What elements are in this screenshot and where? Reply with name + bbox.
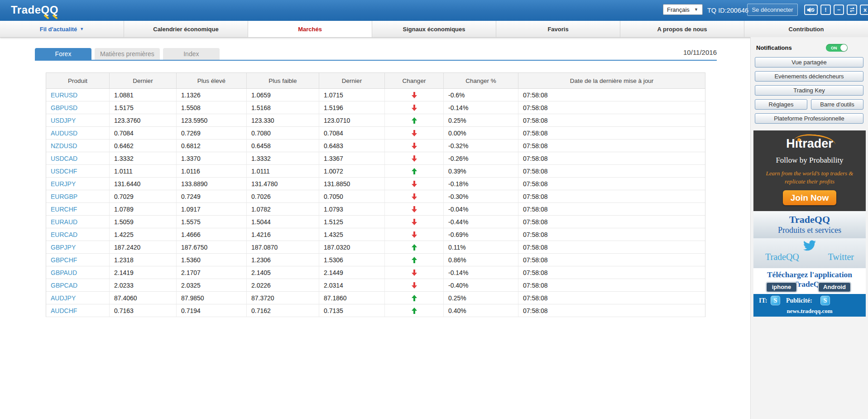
last-price-cell: 2.0233 bbox=[110, 279, 177, 291]
updated-time-cell: 07:58:08 bbox=[518, 165, 705, 177]
nav-tab-calendrier-economique[interactable]: Calendrier économique bbox=[124, 21, 248, 37]
sidebar-button-plateforme-professionnelle[interactable]: Plateforme Professionnelle bbox=[755, 113, 863, 124]
last-price-cell: 123.3760 bbox=[110, 114, 177, 126]
product-cell[interactable]: EURUSD bbox=[46, 89, 110, 101]
high-price-cell: 123.5950 bbox=[177, 114, 247, 126]
nav-tab-fil-d-actualite[interactable]: Fil d'actualité▼ bbox=[0, 21, 124, 37]
close-icon[interactable]: x bbox=[860, 5, 868, 15]
change-pct-cell: 0.86% bbox=[444, 254, 518, 266]
twitter-bird-icon[interactable] bbox=[802, 239, 817, 252]
table-row: NZDUSD0.64620.68120.64580.6483-0.32%07:5… bbox=[46, 140, 705, 152]
product-cell[interactable]: EURAUD bbox=[46, 216, 110, 228]
twitter-link-tradeqq[interactable]: TradeQQ bbox=[765, 252, 799, 262]
iphone-download-button[interactable]: iphone bbox=[766, 282, 797, 292]
prev-price-cell: 1.0072 bbox=[319, 165, 385, 177]
product-cell[interactable]: EURJPY bbox=[46, 178, 110, 190]
last-price-cell: 0.7084 bbox=[110, 127, 177, 139]
nav-tab-contribution[interactable]: Contribution bbox=[744, 21, 868, 37]
products-banner[interactable]: TradeQQ Produits et services bbox=[753, 211, 866, 238]
product-cell[interactable]: GBPUSD bbox=[46, 101, 110, 114]
product-cell[interactable]: AUDUSD bbox=[46, 127, 110, 139]
change-direction-cell bbox=[385, 279, 444, 291]
nav-tab-a-propos-de-nous[interactable]: A propos de nous bbox=[620, 21, 744, 37]
product-cell[interactable]: GBPJPY bbox=[46, 241, 110, 253]
arrow-up-icon bbox=[412, 168, 417, 174]
product-cell[interactable]: AUDJPY bbox=[46, 292, 110, 304]
nav-tab-label: Signaux économiques bbox=[403, 26, 465, 33]
tradeqq-logo: TradeQQ bbox=[11, 4, 58, 16]
last-price-cell: 1.0789 bbox=[110, 203, 177, 215]
android-download-button[interactable]: Android bbox=[818, 282, 851, 292]
change-pct-cell: -0.6% bbox=[444, 89, 518, 101]
product-cell[interactable]: AUDCHF bbox=[46, 304, 110, 317]
language-select[interactable]: Français ▼ bbox=[663, 4, 703, 15]
prev-price-cell: 0.7050 bbox=[319, 190, 385, 202]
sound-muted-icon[interactable] bbox=[804, 5, 818, 15]
low-price-cell: 0.7162 bbox=[247, 304, 319, 317]
join-now-button[interactable]: Join Now bbox=[783, 190, 836, 205]
last-price-cell: 1.0881 bbox=[110, 89, 177, 101]
updated-time-cell: 07:58:08 bbox=[518, 152, 705, 164]
sidebar-button-trading-key[interactable]: Trading Key bbox=[755, 85, 863, 96]
change-pct-cell: 0.25% bbox=[444, 114, 518, 126]
subtab-forex[interactable]: Forex bbox=[35, 48, 91, 60]
product-cell[interactable]: EURCAD bbox=[46, 228, 110, 241]
last-price-cell: 0.6462 bbox=[110, 140, 177, 152]
notifications-toggle[interactable]: ON bbox=[826, 44, 848, 52]
alert-icon[interactable]: ! bbox=[820, 5, 831, 15]
nav-tab-favoris[interactable]: Favoris bbox=[496, 21, 620, 37]
last-price-cell: 0.7163 bbox=[110, 304, 177, 317]
forex-table: ProduitDernierPlus élevéPlus faibleDerni… bbox=[46, 72, 705, 317]
news-site-link[interactable]: news.tradeqq.com bbox=[753, 308, 866, 315]
table-row: GBPAUD2.14192.17072.14052.1449-0.14%07:5… bbox=[46, 266, 705, 279]
nav-tab-marches[interactable]: Marchés bbox=[248, 21, 372, 37]
low-price-cell: 1.3332 bbox=[247, 152, 319, 164]
minimize-icon[interactable]: − bbox=[834, 5, 844, 15]
twitter-link-twitter[interactable]: Twitter bbox=[828, 252, 854, 262]
tradeqq-app: TradeQQ Français ▼ TQ ID:200646 Se décon… bbox=[0, 0, 868, 419]
last-price-cell: 1.3332 bbox=[110, 152, 177, 164]
arrow-down-icon bbox=[412, 231, 417, 238]
product-cell[interactable]: USDCHF bbox=[46, 165, 110, 177]
last-price-cell: 1.5059 bbox=[110, 216, 177, 228]
sidebar-button-reglages[interactable]: Réglages bbox=[755, 99, 807, 110]
table-row: GBPCAD2.02332.03252.02262.0314-0.40%07:5… bbox=[46, 279, 705, 292]
arrow-down-icon bbox=[412, 193, 417, 200]
product-cell[interactable]: GBPCAD bbox=[46, 279, 110, 291]
prev-price-cell: 2.1449 bbox=[319, 266, 385, 279]
table-header-row: ProduitDernierPlus élevéPlus faibleDerni… bbox=[46, 73, 705, 89]
restore-icon[interactable] bbox=[847, 5, 857, 15]
nav-tab-label: A propos de nous bbox=[657, 26, 707, 33]
skype-icon[interactable]: S bbox=[771, 296, 780, 305]
ad-tagline: Learn from the world’s top traders & rep… bbox=[753, 169, 866, 185]
product-cell[interactable]: EURCHF bbox=[46, 203, 110, 215]
product-cell[interactable]: GBPCHF bbox=[46, 254, 110, 266]
sidebar-button-vue-partagee[interactable]: Vue partagée bbox=[755, 57, 863, 67]
product-cell[interactable]: GBPAUD bbox=[46, 266, 110, 279]
logout-button[interactable]: Se déconnecter bbox=[747, 4, 798, 16]
product-cell[interactable]: USDCAD bbox=[46, 152, 110, 164]
subtab-matieres-premieres[interactable]: Matières premières bbox=[95, 48, 160, 60]
product-cell[interactable]: EURGBP bbox=[46, 190, 110, 202]
change-pct-cell: -0.14% bbox=[444, 266, 518, 279]
change-pct-cell: -0.44% bbox=[444, 216, 518, 228]
twitter-banner: TradeQQ Twitter bbox=[753, 238, 866, 268]
change-pct-cell: 0.39% bbox=[444, 165, 518, 177]
updated-time-cell: 07:58:08 bbox=[518, 190, 705, 202]
product-cell[interactable]: USDJPY bbox=[46, 114, 110, 126]
skype-icon[interactable]: S bbox=[820, 296, 830, 305]
low-price-cell: 187.0870 bbox=[247, 241, 319, 253]
change-pct-cell: 0.40% bbox=[444, 304, 518, 317]
product-cell[interactable]: NZDUSD bbox=[46, 140, 110, 152]
ad-title: Follow by Probability bbox=[753, 156, 866, 165]
nav-tab-signaux-economiques[interactable]: Signaux économiques bbox=[372, 21, 496, 37]
main-nav: Fil d'actualité▼Calendrier économiqueMar… bbox=[0, 21, 868, 38]
change-direction-cell bbox=[385, 241, 444, 253]
sidebar-button-evenements-declencheurs[interactable]: Evènements déclencheurs bbox=[755, 71, 863, 82]
sidebar-button-barre-d-outils[interactable]: Barre d'outils bbox=[811, 99, 863, 110]
change-pct-cell: -0.32% bbox=[444, 140, 518, 152]
prev-price-cell: 1.5306 bbox=[319, 254, 385, 266]
updated-time-cell: 07:58:08 bbox=[518, 254, 705, 266]
nav-tab-label: Fil d'actualité bbox=[40, 26, 77, 33]
subtab-index[interactable]: Index bbox=[163, 48, 220, 60]
